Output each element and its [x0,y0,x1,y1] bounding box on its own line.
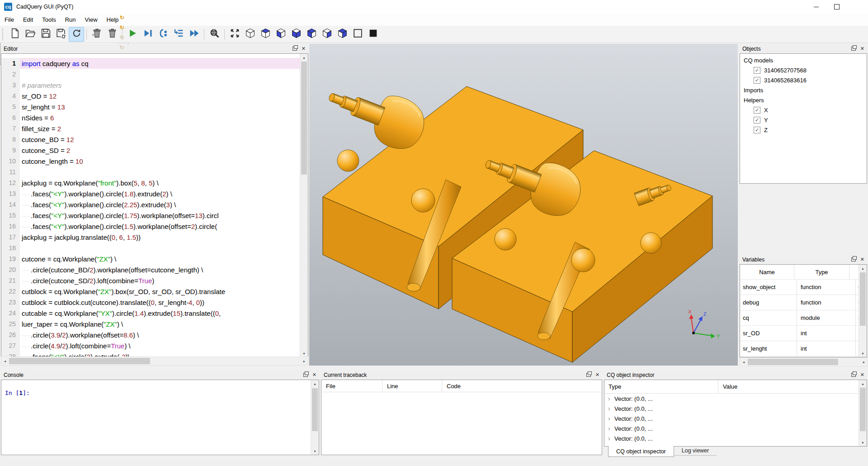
scrollbar-thumb[interactable] [9,358,150,364]
code-line[interactable]: 11 [1,166,300,177]
tree-item[interactable]: X [740,105,867,115]
scrollbar-thumb[interactable] [748,359,838,365]
code-line[interactable]: 19cutcone = cq.Workplane("ZX") \ [1,253,300,264]
scroll-right-icon[interactable] [860,358,868,366]
variable-row[interactable]: show_objectfunction<f [740,280,859,295]
variable-row[interactable]: debugfunction<f [740,295,859,310]
breakpoints-button[interactable] [156,27,171,42]
scrollbar-thumb[interactable] [860,272,866,326]
float-panel-icon[interactable] [851,47,856,51]
code-line[interactable]: 20····.circle(cutcone_BD/2).workplane(of… [1,264,300,275]
variables-vertical-scrollbar[interactable] [859,265,867,357]
screenshot-button[interactable] [365,27,381,42]
scrollbar-thumb[interactable] [312,388,318,431]
close-panel-icon[interactable] [312,372,316,377]
scroll-left-icon[interactable] [740,358,747,366]
close-button[interactable] [847,0,868,14]
code-line[interactable]: 7fillet_size = 2 [1,123,300,134]
tree-group-cq-models[interactable]: CQ models [740,55,867,65]
view-iso-button[interactable] [242,27,258,42]
open-button[interactable] [23,27,38,42]
delete-current-button[interactable] [89,27,104,42]
scroll-up-icon[interactable] [859,380,867,387]
scroll-left-icon[interactable] [1,357,9,365]
editor-horizontal-scrollbar[interactable] [1,357,308,366]
editor-vertical-scrollbar[interactable] [300,54,308,357]
delete-all-button[interactable] [104,27,120,42]
inspector-vertical-scrollbar[interactable] [859,380,867,446]
step-button[interactable] [171,27,186,42]
variable-row[interactable]: cqmodule<m [740,310,859,326]
save-as-button[interactable] [53,27,69,42]
scroll-right-icon[interactable] [301,357,308,365]
inspector-row[interactable]: Vector: (0.0, ... [604,394,859,404]
view-back-button[interactable] [335,27,350,42]
console-input-area[interactable]: In [1]: [1,380,319,455]
viewport-3d[interactable]: X Z Y [309,44,738,366]
view-bottom-button[interactable] [288,27,304,42]
code-line[interactable]: 2 [1,69,300,80]
float-panel-icon[interactable] [851,257,856,262]
variable-row[interactable]: sr_lenghtint13 [740,341,859,357]
code-line[interactable]: 15····.faces("<Y").workplane().circle(1.… [1,210,300,221]
code-line[interactable]: 5sr_lenght = 13 [1,101,300,112]
inspector-row[interactable]: Vector: (0.0, ... [604,414,859,423]
scroll-down-icon[interactable] [300,350,308,357]
code-editor[interactable]: 1import cadquery as cq23# parameters4sr_… [1,53,308,357]
scroll-up-icon[interactable] [311,380,319,387]
tree-group-helpers[interactable]: Helpers [740,95,867,105]
code-line[interactable]: 18 [1,243,300,253]
code-line[interactable]: 13····.faces("<Y").workplane().circle(1.… [1,188,300,199]
code-line[interactable]: 10cutcone_length = 10 [1,156,300,166]
console-vertical-scrollbar[interactable] [311,380,319,455]
tree-item[interactable]: 3140652683616 [740,75,867,85]
inspector-row[interactable]: Vector: (0.0, ... [604,423,859,433]
menu-item-tools[interactable]: Tools [38,14,60,26]
inspect-button[interactable] [207,27,222,42]
code-line[interactable]: 22cutblock = cq.Workplane("ZX").box(sr_O… [1,286,300,297]
tree-item[interactable]: Y [740,115,867,125]
expand-chevron-icon[interactable] [608,425,614,432]
view-right-button[interactable] [319,27,335,42]
close-panel-icon[interactable] [860,372,864,377]
render-button[interactable] [125,27,140,42]
menu-item-edit[interactable]: Edit [19,14,38,26]
scroll-down-icon[interactable] [859,350,867,357]
float-panel-icon[interactable] [851,373,856,377]
float-panel-icon[interactable] [586,373,591,377]
float-panel-icon[interactable] [303,373,308,377]
code-line[interactable]: 12jackplug = cq.Workplane("front").box(5… [1,177,300,188]
view-top-button[interactable] [258,27,273,42]
save-button[interactable] [38,27,53,42]
code-line[interactable]: 9cutcone_SD = 2 [1,145,300,156]
float-panel-icon[interactable] [292,47,297,51]
toolbar-drag-handle[interactable] [2,29,6,40]
code-area[interactable]: 1import cadquery as cq23# parameters4sr_… [1,54,300,357]
code-line[interactable]: 17jackplug = jackplug.translate((0, 6, 1… [1,232,300,243]
close-panel-icon[interactable] [860,257,864,262]
view-front-button[interactable] [273,27,288,42]
scrollbar-thumb[interactable] [860,388,866,431]
scroll-up-icon[interactable] [300,54,308,61]
scrollbar-thumb[interactable] [301,62,307,175]
expand-chevron-icon[interactable] [608,415,614,422]
menu-item-view[interactable]: View [80,14,102,26]
tab-log-viewer[interactable]: Log viewer [674,446,717,456]
code-line[interactable]: 24cutcable = cq.Workplane("YX").circle(1… [1,308,300,319]
scroll-down-icon[interactable] [311,447,319,455]
code-line[interactable]: 25luer_taper = cq.Workplane("ZX") \ [1,319,300,329]
continue-button[interactable] [186,27,202,42]
close-panel-icon[interactable] [302,46,306,51]
expand-chevron-icon[interactable] [608,395,614,402]
view-left-button[interactable] [304,27,319,42]
scroll-down-icon[interactable] [859,439,867,446]
checkbox[interactable] [754,77,760,84]
checkbox[interactable] [754,107,760,114]
right-horizontal-scrollbar[interactable] [740,357,868,366]
expand-chevron-icon[interactable] [608,405,614,412]
fit-view-button[interactable] [227,27,242,42]
code-line[interactable]: 3# parameters [1,80,300,90]
new-file-button[interactable] [7,27,23,42]
code-line[interactable]: 16····.faces("<Y").workplane().circle(1.… [1,221,300,232]
menu-item-run[interactable]: Run [61,14,80,26]
